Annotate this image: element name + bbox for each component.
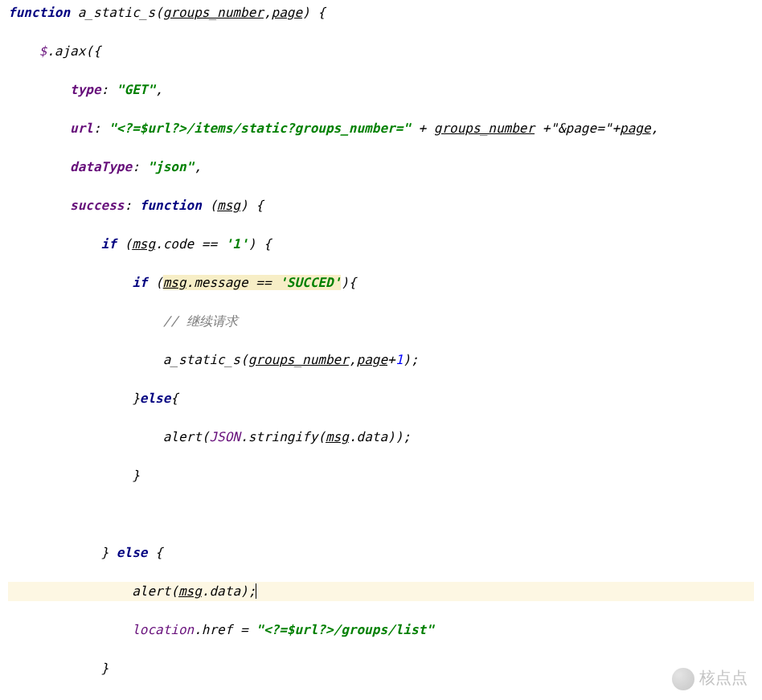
code-line: }else{ — [8, 389, 754, 408]
code-line: if (msg.message == 'SUCCED'){ — [8, 273, 754, 293]
current-line: alert(msg.data); — [8, 582, 754, 601]
code-line: } else { — [8, 543, 754, 563]
code-line: } — [8, 466, 754, 485]
code-line: if (msg.code == '1') { — [8, 235, 754, 254]
code-line — [8, 505, 754, 524]
code-line: a_static_s(groups_number,page+1); — [8, 350, 754, 370]
watermark-text: 核点点 — [699, 669, 748, 689]
code-line: } — [8, 659, 754, 678]
code-line: url: "<?=$url?>/items/static?groups_numb… — [8, 119, 754, 138]
watermark-icon — [672, 668, 694, 690]
code-line: type: "GET", — [8, 80, 754, 100]
code-line: dataType: "json", — [8, 158, 754, 177]
code-line: alert(JSON.stringify(msg.data)); — [8, 428, 754, 447]
code-editor[interactable]: function a_static_s(groups_number,page) … — [0, 0, 762, 700]
watermark: 核点点 — [672, 668, 748, 690]
code-line: success: function (msg) { — [8, 196, 754, 215]
code-line: function a_static_s(groups_number,page) … — [8, 3, 754, 23]
code-line: $.ajax({ — [8, 42, 754, 61]
code-line: location.href = "<?=$url?>/groups/list" — [8, 620, 754, 640]
code-line: // 继续请求 — [8, 312, 754, 331]
